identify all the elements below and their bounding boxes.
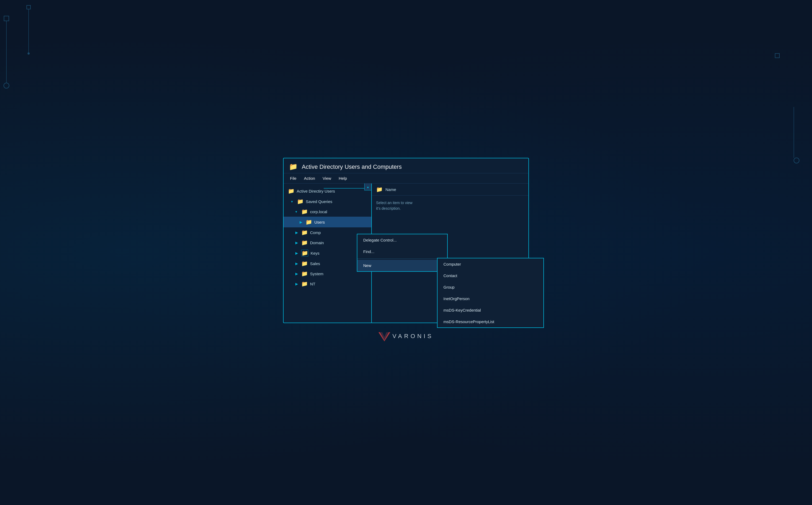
svg-rect-1 <box>27 5 30 9</box>
menu-file[interactable]: File <box>290 176 296 181</box>
context-menu-delegate[interactable]: Delegate Control... <box>357 234 447 246</box>
context-menu-2: Computer Contact Group InetOrgPerson msD… <box>437 258 544 328</box>
varonis-logo: VARONIS <box>378 331 433 341</box>
main-window: 📁 Active Directory Users and Computers F… <box>283 158 529 323</box>
tree-item-nt[interactable]: ▶ 📁 NT <box>284 279 371 289</box>
expand-chevron-comp: ▶ <box>295 230 299 234</box>
right-panel-folder-icon: 📁 <box>376 186 383 193</box>
footer: VARONIS <box>372 325 439 347</box>
submenu-computer[interactable]: Computer <box>438 259 543 270</box>
window-title: Active Directory Users and Computers <box>302 163 402 170</box>
system-label: System <box>310 272 323 276</box>
submenu-msds-keycredential[interactable]: msDS-KeyCredential <box>438 304 543 316</box>
saved-queries-folder-icon: 📁 <box>297 198 304 205</box>
content-area: ▲ 📁 Active Directiry Users ▾ 📁 Saved Que… <box>284 183 528 323</box>
menu-action[interactable]: Action <box>304 176 315 181</box>
users-folder-icon: 📁 <box>305 219 312 225</box>
saved-queries-label: Saved Queries <box>306 199 332 204</box>
expand-chevron-users: ▶ <box>300 220 303 224</box>
expand-chevron-nt: ▶ <box>295 282 299 286</box>
scroll-up-button[interactable]: ▲ <box>364 183 371 190</box>
svg-rect-6 <box>775 53 779 58</box>
right-panel-desc-line1: Select an item to view <box>376 200 524 206</box>
root-label: Active Directiry Users <box>297 189 335 193</box>
right-panel-name-header: Name <box>385 187 396 192</box>
expand-chevron-keys: ▶ <box>295 251 299 255</box>
menu-help[interactable]: Help <box>339 176 347 181</box>
comp-folder-icon: 📁 <box>301 229 308 236</box>
sales-label: Sales <box>310 261 320 266</box>
users-label: Users <box>314 220 325 224</box>
tree-item-users[interactable]: ▶ 📁 Users <box>284 217 371 227</box>
right-panel-header: 📁 Name <box>372 183 528 195</box>
corp-local-label: corp.local <box>310 209 327 214</box>
tree-root[interactable]: 📁 Active Directiry Users <box>284 186 371 196</box>
expand-chevron-domain: ▶ <box>295 241 299 245</box>
nt-folder-icon: 📁 <box>301 281 308 287</box>
varonis-v-icon <box>378 331 390 341</box>
svg-point-2 <box>4 83 9 88</box>
submenu-contact[interactable]: Contact <box>438 270 543 281</box>
comp-label: Comp <box>310 230 321 235</box>
expand-chevron-sales: ▶ <box>295 262 299 266</box>
expand-chevron-corp: ▾ <box>295 210 299 214</box>
sales-folder-icon: 📁 <box>301 260 308 267</box>
context-menu-find[interactable]: Find... <box>357 246 447 257</box>
svg-point-7 <box>794 158 799 163</box>
nt-label: NT <box>310 282 315 286</box>
context-menu-1: Delegate Control... Find... New ▶ <box>357 234 448 272</box>
keys-folder-icon: 📁 <box>301 249 308 257</box>
submenu-msds-resourcepropertylist[interactable]: msDS-ResourcePropertyList <box>438 316 543 327</box>
keys-label: Keys <box>311 251 319 256</box>
domain-folder-icon: 📁 <box>301 239 308 246</box>
system-folder-icon: 📁 <box>301 271 308 277</box>
varonis-text-label: VARONIS <box>392 333 433 340</box>
menu-bar: File Action View Help <box>284 173 528 183</box>
expand-chevron-saved: ▾ <box>291 199 295 203</box>
submenu-inetorgperson[interactable]: InetOrgPerson <box>438 293 543 304</box>
svg-rect-0 <box>4 16 9 21</box>
right-panel-desc-line2: it's description. <box>376 206 524 210</box>
tree-item-saved-queries[interactable]: ▾ 📁 Saved Queries <box>284 196 371 206</box>
submenu-group[interactable]: Group <box>438 281 543 293</box>
menu-view[interactable]: View <box>323 176 331 181</box>
svg-point-5 <box>27 52 30 54</box>
expand-chevron-system: ▶ <box>295 272 299 276</box>
context-menu-new[interactable]: New ▶ <box>357 260 447 271</box>
root-folder-icon: 📁 <box>288 188 295 194</box>
application-window: 📁 Active Directory Users and Computers F… <box>283 158 529 323</box>
title-folder-icon: 📁 <box>289 163 297 171</box>
tree-item-corp-local[interactable]: ▾ 📁 corp.local <box>284 206 371 217</box>
corp-folder-icon: 📁 <box>301 208 308 215</box>
right-panel-body: Select an item to view it's description. <box>372 195 528 215</box>
domain-label: Domain <box>310 240 324 245</box>
title-bar: 📁 Active Directory Users and Computers <box>284 158 528 173</box>
